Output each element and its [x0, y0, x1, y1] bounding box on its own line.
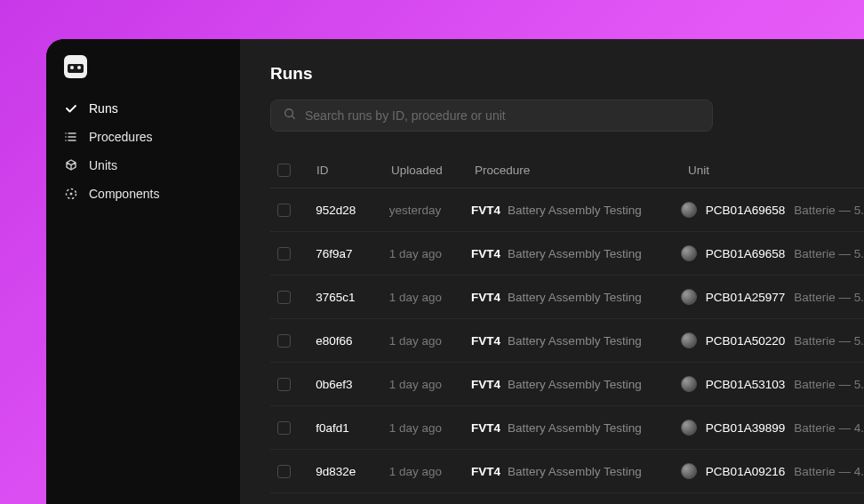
sidebar-item-runs[interactable]: Runs — [46, 94, 240, 123]
unit-description: Batterie — 4. — [794, 421, 864, 435]
table-row[interactable]: 3765c11 day agoFVT4Battery Assembly Test… — [270, 276, 864, 319]
table-row[interactable]: e80f661 day agoFVT4Battery Assembly Test… — [270, 319, 864, 363]
page-title: Runs — [270, 64, 864, 84]
sidebar-item-units[interactable]: Units — [46, 151, 240, 180]
unit-icon — [681, 289, 697, 305]
run-id: 0b6ef3 — [316, 378, 352, 391]
procedure-name: Battery Assembly Testing — [508, 291, 642, 304]
uploaded-time: 1 day ago — [389, 465, 442, 478]
unit-code: PCB01A09216 — [706, 465, 785, 478]
unit-description: Batterie — 5. — [794, 334, 864, 348]
uploaded-time: 1 day ago — [389, 247, 442, 260]
row-checkbox[interactable] — [277, 421, 291, 435]
row-checkbox[interactable] — [277, 465, 291, 478]
sidebar-item-components[interactable]: Components — [46, 180, 240, 208]
table-row[interactable]: 9d832e1 day agoFVT4Battery Assembly Test… — [270, 450, 864, 493]
svg-point-1 — [70, 193, 73, 196]
row-checkbox[interactable] — [277, 204, 291, 217]
unit-icon — [681, 245, 697, 261]
check-icon — [64, 101, 78, 116]
uploaded-time: 1 day ago — [389, 421, 442, 435]
run-id: e80f66 — [316, 334, 352, 348]
table-row[interactable]: 76f9a71 day agoFVT4Battery Assembly Test… — [270, 232, 864, 276]
unit-description: Batterie — 5. — [794, 378, 864, 391]
row-checkbox[interactable] — [277, 378, 291, 391]
row-checkbox[interactable] — [277, 247, 291, 260]
sidebar-item-procedures[interactable]: Procedures — [46, 123, 240, 151]
sidebar-item-label: Components — [89, 187, 159, 201]
unit-icon — [681, 202, 697, 218]
table-row[interactable]: 0b6ef31 day agoFVT4Battery Assembly Test… — [270, 363, 864, 406]
col-header-uploaded: Uploaded — [391, 164, 475, 177]
procedure-name: Battery Assembly Testing — [508, 465, 642, 478]
table-row[interactable]: 952d28yesterdayFVT4Battery Assembly Test… — [270, 188, 864, 232]
procedure-code: FVT4 — [471, 247, 500, 260]
run-id: 952d28 — [316, 204, 356, 217]
sidebar-item-label: Procedures — [89, 130, 153, 144]
list-icon — [64, 130, 78, 144]
search-box[interactable] — [270, 100, 713, 132]
unit-icon — [681, 463, 697, 479]
procedure-code: FVT4 — [471, 334, 500, 348]
procedure-name: Battery Assembly Testing — [508, 378, 642, 391]
sidebar: Runs Procedures Units Components — [46, 39, 240, 504]
run-id: 9d832e — [316, 465, 356, 478]
unit-icon — [681, 420, 697, 436]
procedure-name: Battery Assembly Testing — [508, 247, 642, 260]
unit-code: PCB01A69658 — [706, 204, 785, 217]
unit-code: PCB01A25977 — [706, 291, 785, 304]
unit-icon — [681, 332, 697, 348]
procedure-name: Battery Assembly Testing — [508, 421, 642, 435]
unit-code: PCB01A50220 — [706, 334, 785, 348]
col-header-id: ID — [316, 164, 391, 177]
app-window: Runs Procedures Units Components Runs — [46, 39, 864, 504]
unit-code: PCB01A69658 — [706, 247, 785, 260]
uploaded-time: 1 day ago — [389, 378, 442, 391]
unit-description: Batterie — 5. — [794, 204, 864, 217]
procedure-code: FVT4 — [471, 465, 500, 478]
procedure-name: Battery Assembly Testing — [508, 204, 642, 217]
procedure-code: FVT4 — [471, 378, 500, 391]
table-header: ID Uploaded Procedure Unit — [270, 156, 864, 188]
col-header-procedure: Procedure — [475, 164, 688, 177]
procedure-name: Battery Assembly Testing — [508, 334, 642, 348]
sidebar-item-label: Runs — [89, 101, 118, 116]
unit-code: PCB01A39899 — [706, 421, 785, 435]
unit-icon — [681, 376, 697, 392]
uploaded-time: yesterday — [389, 204, 442, 217]
search-input[interactable] — [305, 108, 700, 123]
unit-description: Batterie — 5. — [794, 247, 864, 260]
app-logo — [64, 55, 87, 78]
uploaded-time: 1 day ago — [389, 334, 442, 348]
circle-dashed-icon — [64, 187, 78, 201]
row-checkbox[interactable] — [277, 291, 291, 304]
search-icon — [284, 108, 296, 124]
procedure-code: FVT4 — [471, 204, 500, 217]
run-id: 3765c1 — [316, 291, 355, 304]
runs-table: ID Uploaded Procedure Unit 952d28yesterd… — [270, 156, 864, 493]
table-row[interactable]: f0afd11 day agoFVT4Battery Assembly Test… — [270, 406, 864, 450]
col-header-unit: Unit — [688, 164, 864, 177]
uploaded-time: 1 day ago — [389, 291, 442, 304]
main-content: Runs ID Uploaded Procedure Unit 952d28ye… — [240, 39, 864, 504]
unit-description: Batterie — 5. — [794, 291, 864, 304]
cube-icon — [64, 158, 78, 172]
procedure-code: FVT4 — [471, 291, 500, 304]
select-all-checkbox[interactable] — [277, 164, 291, 177]
table-body: 952d28yesterdayFVT4Battery Assembly Test… — [270, 188, 864, 493]
unit-description: Batterie — 4. — [794, 465, 864, 478]
unit-code: PCB01A53103 — [706, 378, 785, 391]
run-id: 76f9a7 — [316, 247, 352, 260]
run-id: f0afd1 — [316, 421, 349, 435]
sidebar-item-label: Units — [89, 158, 117, 172]
row-checkbox[interactable] — [277, 334, 291, 348]
procedure-code: FVT4 — [471, 421, 500, 435]
